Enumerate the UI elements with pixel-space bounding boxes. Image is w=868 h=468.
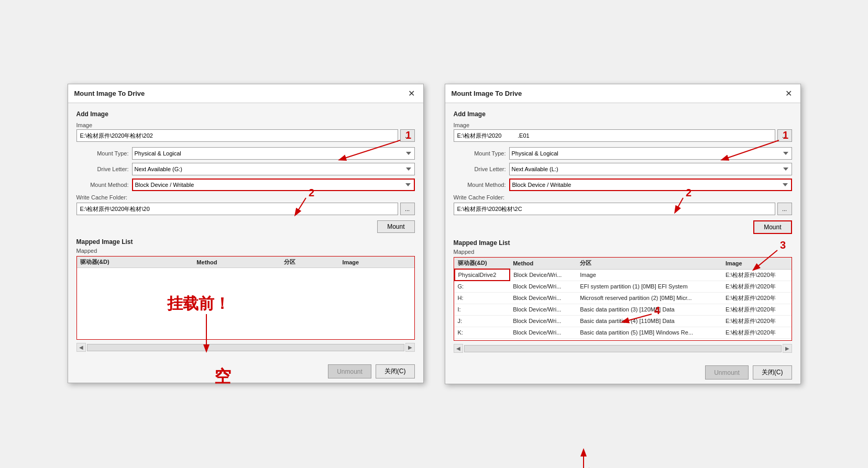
left-mount-method-label: Mount Method:: [76, 182, 129, 188]
right-dialog: Mount Image To Drive ✕ Add Image Image .…: [445, 84, 801, 384]
right-mount-type-select[interactable]: Physical & Logical: [509, 147, 792, 160]
right-mount-type-label: Mount Type:: [454, 150, 506, 157]
right-cache-row: ...: [454, 203, 792, 215]
table-row[interactable]: G: Block Device/Wri... EFI system partit…: [455, 281, 792, 292]
cell-drive: PhysicalDrive2: [455, 269, 510, 281]
left-drive-letter-row: Drive Letter: Next Available (G:): [76, 163, 415, 175]
right-title: Mount Image To Drive: [452, 90, 522, 97]
left-drive-letter-select[interactable]: Next Available (G:): [132, 163, 415, 175]
left-close-btn[interactable]: 关闭(C): [376, 364, 415, 378]
right-mapped-section: Mapped Image List Mapped 驱动器(&D) Method …: [454, 239, 792, 354]
left-mapped-title: Mapped Image List: [76, 238, 415, 246]
table-row[interactable]: I: Block Device/Wri... Basic data partit…: [455, 304, 792, 315]
left-mount-method-row: Mount Method: Block Device / Writable: [76, 179, 415, 191]
cell-image: E:\检材原件\2020年: [722, 292, 792, 304]
cell-partition: Basic data partition (3) [120MB] Data: [577, 304, 722, 315]
right-write-cache-label: Write Cache Folder:: [454, 194, 792, 200]
left-write-cache-label: Write Cache Folder:: [76, 194, 415, 200]
right-close-x[interactable]: ✕: [783, 88, 794, 98]
left-col-method: Method: [193, 257, 281, 268]
left-scroll-right[interactable]: ▶: [405, 343, 415, 352]
cell-image: E:\检材原件\2020年: [722, 281, 792, 292]
right-cache-input[interactable]: [454, 203, 775, 215]
left-image-input[interactable]: [76, 129, 398, 142]
left-unmount-btn[interactable]: Unmount: [328, 364, 371, 378]
right-mapped-subtitle: Mapped: [454, 249, 792, 255]
right-close-btn[interactable]: 关闭(C): [753, 365, 792, 380]
left-mount-type-row: Mount Type: Physical & Logical: [76, 147, 415, 160]
left-mount-btn-row: Mount: [76, 220, 415, 233]
right-image-input[interactable]: [454, 129, 775, 142]
cell-image: E:\检材原件\2020年: [722, 327, 792, 338]
right-mount-method-select[interactable]: Block Device / Writable: [509, 179, 792, 191]
right-table-header-row: 驱动器(&D) Method 分区 Image: [455, 258, 792, 269]
right-unmount-btn[interactable]: Unmount: [705, 365, 749, 380]
cache-browse-icon: ...: [405, 206, 410, 212]
right-drive-letter-row: Drive Letter: Next Available (L:): [454, 163, 792, 175]
cell-partition: EFI system partition (1) [0MB] EFI Syste…: [577, 281, 722, 292]
left-mount-btn[interactable]: Mount: [377, 220, 414, 233]
left-add-image-label: Add Image: [76, 110, 415, 118]
right-titlebar: Mount Image To Drive ✕: [445, 84, 800, 103]
right-drive-letter-select[interactable]: Next Available (L:): [509, 163, 792, 175]
cell-image: E:\检材原件\2020年: [722, 269, 792, 281]
right-col-image: Image: [722, 258, 792, 269]
table-row[interactable]: PhysicalDrive2 Block Device/Wri... Image…: [455, 269, 792, 281]
right-mount-method-label: Mount Method:: [454, 182, 506, 188]
left-table-header-row: 驱动器(&D) Method 分区 Image: [77, 257, 414, 268]
left-scrollbar-track[interactable]: [87, 344, 404, 351]
cell-method: Block Device/Wri...: [510, 292, 577, 304]
right-scroll-right[interactable]: ▶: [783, 344, 792, 353]
cell-method: Block Device/Wri...: [510, 304, 577, 315]
left-browse-btn[interactable]: ...: [400, 129, 415, 142]
left-drive-letter-label: Drive Letter:: [76, 166, 129, 172]
left-titlebar: Mount Image To Drive ✕: [68, 84, 423, 103]
cell-partition: Basic data partition (5) [1MB] Windows R…: [577, 327, 722, 338]
right-scrollbar: ◀ ▶: [454, 343, 792, 354]
cell-image: E:\检材原件\2020年: [722, 304, 792, 315]
cell-partition: Basic data partition (4) [110MB] Data: [577, 315, 722, 327]
left-close-x[interactable]: ✕: [406, 88, 417, 98]
cell-partition: Image: [577, 269, 722, 281]
right-cache-browse-btn[interactable]: ...: [777, 203, 792, 215]
right-table-container: 驱动器(&D) Method 分区 Image PhysicalDrive2 B…: [454, 257, 792, 341]
table-row[interactable]: J: Block Device/Wri... Basic data partit…: [455, 315, 792, 327]
right-add-image-label: Add Image: [454, 110, 792, 118]
right-table-body: PhysicalDrive2 Block Device/Wri... Image…: [455, 269, 792, 338]
left-cache-row: ...: [76, 203, 415, 215]
right-browse-btn[interactable]: ...: [777, 129, 792, 142]
cell-image: E:\检材原件\2020年: [722, 315, 792, 327]
left-col-drive: 驱动器(&D): [77, 257, 194, 268]
browse-icon: ...: [405, 132, 410, 139]
right-image-row: ...: [454, 129, 792, 142]
right-mount-btn[interactable]: Mount: [753, 220, 792, 234]
cell-method: Block Device/Wri...: [510, 269, 577, 281]
right-drive-letter-label: Drive Letter:: [454, 166, 506, 172]
cell-drive: G:: [455, 281, 510, 292]
table-row[interactable]: H: Block Device/Wri... Microsoft reserve…: [455, 292, 792, 304]
table-row[interactable]: K: Block Device/Wri... Basic data partit…: [455, 327, 792, 338]
right-mount-type-row: Mount Type: Physical & Logical: [454, 147, 792, 160]
left-mount-type-select[interactable]: Physical & Logical: [132, 147, 415, 160]
left-mount-type-label: Mount Type:: [76, 150, 129, 157]
right-cache-browse-icon: ...: [782, 206, 787, 212]
cell-method: Block Device/Wri...: [510, 281, 577, 292]
left-bottom-row: Unmount 关闭(C): [68, 360, 423, 383]
left-image-label: Image: [76, 122, 415, 128]
left-cache-browse-btn[interactable]: ...: [400, 203, 415, 215]
left-cache-input[interactable]: [76, 203, 398, 215]
left-dialog: Mount Image To Drive ✕ Add Image Image .…: [68, 84, 424, 383]
cell-partition: Microsoft reserved partition (2) [0MB] M…: [577, 292, 722, 304]
right-browse-icon: ...: [782, 132, 787, 139]
right-scrollbar-track[interactable]: [464, 345, 782, 352]
left-scroll-left[interactable]: ◀: [76, 343, 86, 352]
right-mapped-title: Mapped Image List: [454, 239, 792, 247]
left-title: Mount Image To Drive: [74, 90, 145, 97]
right-col-partition: 分区: [577, 258, 722, 269]
right-image-label: Image: [454, 122, 792, 128]
left-mount-method-select[interactable]: Block Device / Writable: [132, 179, 415, 191]
left-image-row: ...: [76, 129, 415, 142]
right-scroll-left[interactable]: ◀: [454, 344, 463, 353]
left-col-partition: 分区: [281, 257, 339, 268]
right-table: 驱动器(&D) Method 分区 Image PhysicalDrive2 B…: [454, 258, 792, 339]
